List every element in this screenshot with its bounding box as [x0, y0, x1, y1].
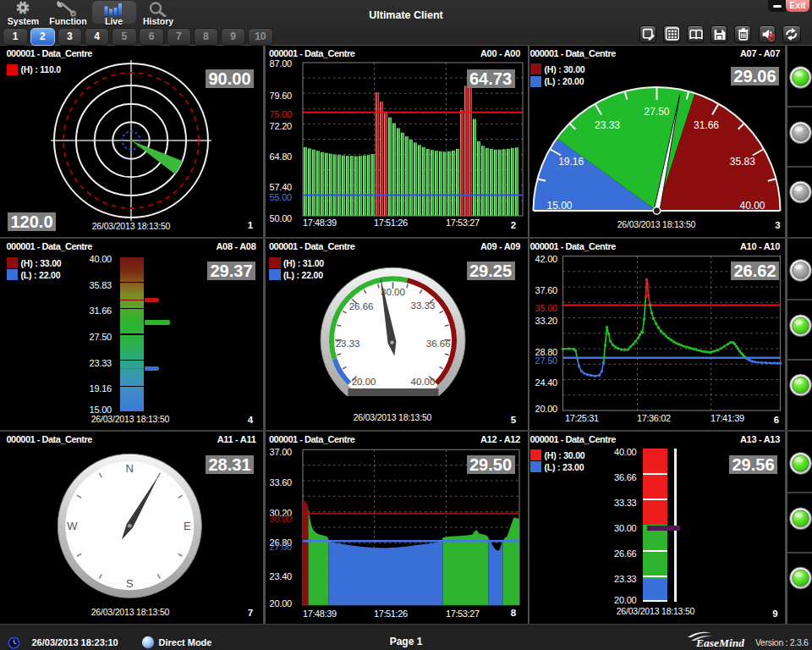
svg-text:31.66: 31.66 — [693, 119, 718, 131]
svg-text:35.83: 35.83 — [729, 156, 754, 168]
svg-text:19.16: 19.16 — [558, 156, 584, 168]
svg-text:E: E — [184, 520, 191, 532]
svg-text:26.66: 26.66 — [348, 301, 373, 311]
svg-text:15.00: 15.00 — [546, 200, 572, 212]
svg-text:33.33: 33.33 — [410, 300, 435, 311]
svg-text:EaseMind: EaseMind — [695, 636, 744, 649]
svg-text:N: N — [126, 462, 134, 475]
svg-text:W: W — [67, 520, 78, 532]
svg-text:23.33: 23.33 — [335, 339, 359, 349]
svg-text:S: S — [126, 577, 134, 590]
svg-text:36.66: 36.66 — [425, 339, 450, 349]
svg-text:40.00: 40.00 — [410, 377, 435, 387]
svg-text:27.50: 27.50 — [644, 106, 669, 118]
svg-text:40.00: 40.00 — [739, 200, 765, 212]
svg-text:20.00: 20.00 — [351, 377, 376, 387]
svg-text:23.33: 23.33 — [594, 119, 619, 131]
